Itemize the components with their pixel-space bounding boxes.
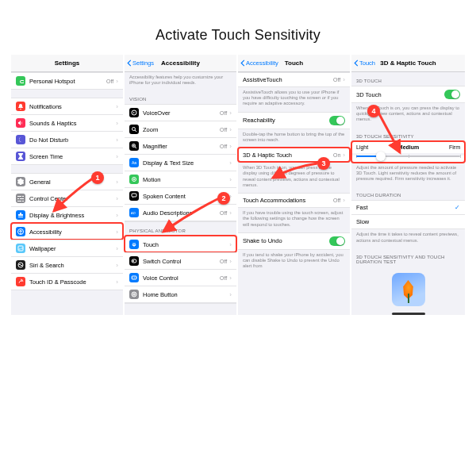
row-fast[interactable]: Fast ✓: [351, 200, 465, 214]
section-3dtouch: 3D Touch: [351, 72, 465, 86]
back-button[interactable]: Settings: [127, 60, 154, 67]
label: Zoom: [143, 126, 217, 133]
chevron-right-icon: ›: [229, 241, 232, 248]
row-zoom[interactable]: ZoomOff›: [125, 121, 236, 137]
label: Motion: [143, 176, 227, 183]
moon-icon: [16, 135, 25, 144]
row-personal-hotspot[interactable]: Personal HotspotOff›: [11, 72, 123, 89]
row-3d-haptic-touch[interactable]: 3D & Haptic Touch On ›: [238, 148, 350, 162]
value: Off: [220, 210, 227, 216]
label: Fast: [356, 204, 455, 211]
row-slow[interactable]: Slow: [351, 214, 465, 228]
label: VoiceOver: [143, 109, 217, 117]
section-duration: Touch Duration: [351, 186, 465, 200]
back-button[interactable]: Accessibility: [240, 60, 278, 67]
chevron-right-icon: ›: [116, 245, 118, 252]
chevron-right-icon: ›: [229, 209, 232, 217]
row-siri-search[interactable]: Siri & Search›: [11, 256, 123, 273]
desc-reach: Double-tap the home button to bring the …: [238, 129, 350, 148]
section-test: 3D Touch Sensitivity and Touch Duration …: [351, 248, 465, 267]
header-settings: Settings: [11, 55, 123, 72]
section-vision: Vision: [125, 90, 236, 104]
desc-shake: If you tend to shake your iPhone by acci…: [238, 250, 350, 274]
sensitivity-slider[interactable]: [351, 155, 465, 162]
row-voiceover[interactable]: VoiceOverOff›: [125, 104, 236, 121]
row-do-not-disturb[interactable]: Do Not Disturb›: [11, 131, 123, 148]
header-touch: Accessibility Touch: [238, 55, 350, 72]
header-accessibility: Settings Accessibility: [125, 55, 236, 72]
test-image[interactable]: [351, 267, 465, 315]
svg-point-15: [132, 292, 136, 297]
chevron-right-icon: ›: [343, 76, 345, 83]
row-control-center[interactable]: Control Center›: [11, 190, 123, 206]
toggle-reachability[interactable]: [329, 116, 345, 125]
row-audio-descriptions[interactable]: ADAudio DescriptionsOff›: [125, 204, 236, 221]
siri-icon: [16, 260, 25, 270]
section-sensitivity: 3D Touch Sensitivity: [351, 128, 465, 141]
label: Touch: [143, 241, 227, 248]
header-3d-haptic: Touch 3D & Haptic Touch: [351, 55, 465, 72]
label: Screen Time: [29, 153, 113, 160]
back-button[interactable]: Touch: [354, 60, 375, 67]
row-general[interactable]: General›: [11, 173, 123, 190]
label: Slow: [356, 218, 460, 225]
row-display-text-size[interactable]: AaDisplay & Text Size›: [125, 154, 236, 171]
row-sounds-haptics[interactable]: Sounds & Haptics›: [11, 114, 123, 131]
link-icon: [16, 76, 25, 86]
row-display-brightness[interactable]: Display & Brightness›: [11, 206, 123, 223]
chevron-right-icon: ›: [116, 195, 118, 202]
page-title: Activate Touch Sensitivity: [0, 0, 476, 55]
header-title: Accessibility: [161, 60, 200, 67]
svg-point-1: [20, 230, 21, 232]
label: Do Not Disturb: [29, 136, 113, 144]
value: Off: [106, 79, 113, 84]
row-spoken-content[interactable]: Spoken Content›: [125, 187, 236, 204]
label: Voice Control: [143, 274, 217, 282]
sens-light: Light: [356, 144, 368, 150]
touch-icon: [129, 240, 139, 249]
row-voice-control[interactable]: Voice ControlOff›: [125, 269, 236, 286]
toggle-shake[interactable]: [329, 236, 345, 246]
toggle-3dtouch[interactable]: [444, 90, 460, 99]
chevron-right-icon: ›: [229, 274, 232, 282]
panels-container: Settings Personal HotspotOff›Notificatio…: [0, 55, 476, 315]
chevron-right-icon: ›: [229, 143, 232, 150]
zoom-icon: [129, 125, 139, 134]
row-accessibility[interactable]: Accessibility›: [11, 223, 123, 240]
voiceover-icon: [129, 108, 139, 117]
chevron-right-icon: ›: [116, 278, 118, 286]
chevron-right-icon: ›: [116, 78, 118, 85]
chevron-right-icon: ›: [116, 212, 118, 219]
label: 3D & Haptic Touch: [243, 152, 331, 159]
row-touch[interactable]: Touch›: [125, 236, 236, 252]
row-home-button[interactable]: Home Button›: [125, 286, 236, 302]
chevron-right-icon: ›: [116, 120, 118, 127]
magnifier-icon: [129, 141, 139, 151]
row-touch-id-passcode[interactable]: Touch ID & Passcode›: [11, 273, 123, 290]
svg-rect-10: [132, 194, 136, 197]
row-assistivetouch[interactable]: AssistiveTouch Off ›: [238, 72, 350, 86]
chevron-right-icon: ›: [229, 291, 232, 298]
desc-assistive: AssistiveTouch allows you to use your iP…: [238, 87, 350, 112]
row-screen-time[interactable]: Screen Time›: [11, 148, 123, 164]
row-motion[interactable]: Motion›: [125, 171, 236, 187]
textsize-icon: Aa: [129, 158, 139, 167]
sound-icon: [16, 118, 25, 128]
sensitivity-labels: Light Medium Firm: [351, 141, 465, 153]
row-notifications[interactable]: Notifications›: [11, 98, 123, 114]
label: AssistiveTouch: [243, 76, 331, 83]
value: Off: [333, 198, 340, 203]
row-touch-accommodations[interactable]: Touch Accommodations Off ›: [238, 193, 350, 207]
row-3d-touch-toggle[interactable]: 3D Touch: [351, 86, 465, 102]
svg-point-13: [132, 260, 134, 262]
row-wallpaper[interactable]: Wallpaper›: [11, 240, 123, 256]
row-switch-control[interactable]: Switch ControlOff›: [125, 252, 236, 269]
label: Display & Text Size: [143, 159, 227, 167]
chevron-right-icon: ›: [116, 153, 118, 160]
wallpaper-icon: [16, 244, 25, 253]
header-title: 3D & Haptic Touch: [380, 60, 436, 67]
label: Reachability: [243, 117, 329, 124]
row-magnifier[interactable]: MagnifierOff›: [125, 137, 236, 154]
row-shake-to-undo[interactable]: Shake to Undo: [238, 232, 350, 249]
row-reachability[interactable]: Reachability: [238, 112, 350, 129]
